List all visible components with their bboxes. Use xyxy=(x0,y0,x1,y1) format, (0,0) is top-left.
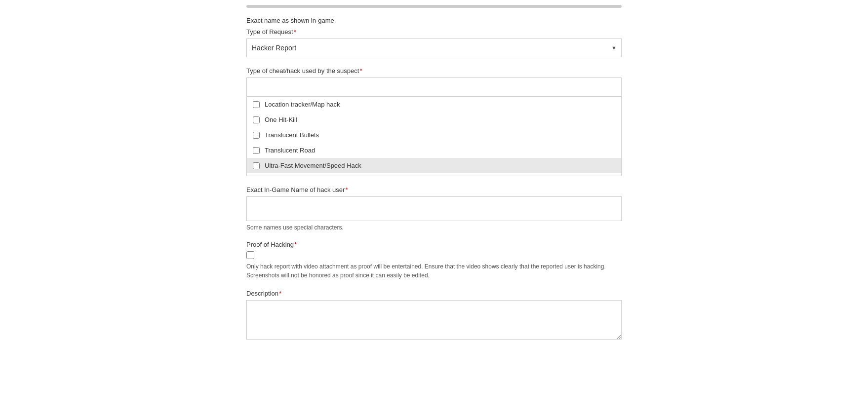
cheat-type-select-wrapper[interactable]: ▼ Location tracker/Map hack One Hit-Kill xyxy=(246,77,622,176)
top-bar xyxy=(246,5,622,8)
cheat-option-5-label: Ultra-Fast Movement/Speed Hack xyxy=(265,162,361,169)
exact-name-group: Exact name as shown in-game xyxy=(246,17,622,24)
description-group: Description* xyxy=(246,290,622,341)
cheat-type-options-list: Location tracker/Map hack One Hit-Kill T… xyxy=(247,97,621,176)
description-textarea[interactable] xyxy=(246,300,622,340)
cheat-type-label: Type of cheat/hack used by the suspect* xyxy=(246,67,622,75)
type-of-request-select-wrapper: Hacker Report Bug Report Other ▼ xyxy=(246,38,622,57)
cheat-option-2-label: One Hit-Kill xyxy=(265,116,297,123)
page-container: Exact name as shown in-game Type of Requ… xyxy=(0,0,868,418)
cheat-option-4-label: Translucent Road xyxy=(265,147,315,154)
type-of-request-select[interactable]: Hacker Report Bug Report Other xyxy=(246,38,622,57)
cheat-option-1-label: Location tracker/Map hack xyxy=(265,101,340,108)
type-of-request-group: Type of Request* Hacker Report Bug Repor… xyxy=(246,28,622,57)
list-item[interactable]: One Hit-Kill xyxy=(247,112,621,127)
cheat-option-3-checkbox[interactable] xyxy=(253,132,260,139)
proof-group: Proof of Hacking* Only hack report with … xyxy=(246,241,622,280)
list-item[interactable]: Translucent Road xyxy=(247,143,621,158)
list-item[interactable]: Location tracker/Map hack xyxy=(247,97,621,112)
list-item[interactable]: Translucent Bullets xyxy=(247,127,621,143)
hack-user-name-input[interactable] xyxy=(246,196,622,221)
hack-user-name-note: Some names use special characters. xyxy=(246,224,622,231)
cheat-option-1-checkbox[interactable] xyxy=(253,101,260,108)
cheat-type-dropdown: Location tracker/Map hack One Hit-Kill T… xyxy=(246,96,622,176)
hack-user-name-group: Exact In-Game Name of hack user* Some na… xyxy=(246,186,622,231)
type-of-request-label: Type of Request* xyxy=(246,28,622,36)
form-wrapper: Exact name as shown in-game Type of Requ… xyxy=(246,0,622,371)
cheat-option-4-checkbox[interactable] xyxy=(253,147,260,154)
hack-user-name-label: Exact In-Game Name of hack user* xyxy=(246,186,622,193)
list-item[interactable]: Ultra-Fast Movement/Speed Hack xyxy=(247,158,621,173)
proof-label: Proof of Hacking* xyxy=(246,241,622,248)
list-item[interactable]: Vehicle Hack (can pass thru walls) xyxy=(247,173,621,176)
cheat-option-5-checkbox[interactable] xyxy=(253,162,260,169)
cheat-option-3-label: Translucent Bullets xyxy=(265,131,319,139)
proof-note: Only hack report with video attachment a… xyxy=(246,262,622,280)
exact-name-label: Exact name as shown in-game xyxy=(246,17,622,24)
cheat-type-group: Type of cheat/hack used by the suspect* … xyxy=(246,67,622,176)
proof-checkbox[interactable] xyxy=(246,251,254,259)
description-label: Description* xyxy=(246,290,622,297)
cheat-option-2-checkbox[interactable] xyxy=(253,116,260,123)
cheat-type-select-input[interactable]: ▼ xyxy=(246,77,622,96)
proof-checkbox-wrapper xyxy=(246,251,622,259)
